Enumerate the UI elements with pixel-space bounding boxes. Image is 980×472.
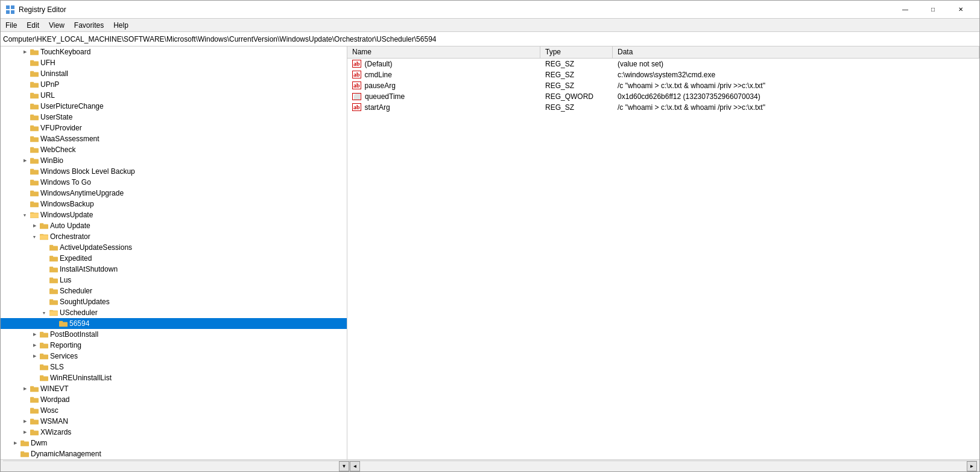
tree-item-url[interactable]: URL	[1, 90, 347, 101]
close-button[interactable]: ✕	[947, 1, 975, 19]
tree-item-uninstall[interactable]: Uninstall	[1, 68, 347, 79]
tree-item-upnp[interactable]: UPnP	[1, 79, 347, 90]
tree-item-webcheck[interactable]: WebCheck	[1, 144, 347, 155]
expander-icon[interactable]	[20, 383, 30, 394]
col-header-name[interactable]: Name	[347, 46, 540, 58]
minimize-button[interactable]: —	[891, 1, 919, 19]
registry-row[interactable]: ab(Default) REG_SZ (value not set)	[347, 59, 979, 69]
tree-item-installatshutdown[interactable]: InstallAtShutdown	[1, 264, 347, 275]
folder-icon	[30, 416, 39, 426]
col-header-type[interactable]: Type	[540, 46, 613, 58]
tree-item-label: Reporting	[50, 341, 81, 349]
tree-item-reporting[interactable]: Reporting	[1, 340, 347, 351]
menu-file[interactable]: File	[1, 20, 22, 31]
tree-item-services[interactable]: Services	[1, 351, 347, 362]
tree-item-label: Lus	[60, 276, 71, 284]
expander-icon[interactable]	[30, 220, 39, 231]
tree-item-wordpad[interactable]: Wordpad	[1, 394, 347, 405]
tree-item-windowsbackup[interactable]: WindowsBackup	[1, 199, 347, 209]
expander-icon[interactable]	[20, 46, 30, 57]
tree-item-label: DynamicManagement	[31, 450, 101, 458]
reg-type: REG_SZ	[540, 71, 613, 79]
svg-rect-9	[30, 71, 34, 74]
menu-edit[interactable]: Edit	[22, 20, 44, 31]
tree-item-56594[interactable]: 56594	[1, 318, 347, 329]
expander-icon[interactable]	[20, 155, 30, 166]
tree-item-waasassessment[interactable]: WaaSAssessment	[1, 133, 347, 144]
expander-icon[interactable]	[30, 231, 39, 242]
tree-item-soughtupdates[interactable]: SoughtUpdates	[1, 296, 347, 307]
svg-rect-2	[6, 10, 10, 14]
tree-item-sls[interactable]: SLS	[1, 362, 347, 372]
reg-type: REG_SZ	[540, 103, 613, 112]
menu-help[interactable]: Help	[109, 20, 133, 31]
tree-item-winreuninstalllist[interactable]: WinREUninstallList	[1, 372, 347, 383]
reg-name: ⬜queuedTime	[347, 92, 540, 101]
registry-row[interactable]: ⬜queuedTime REG_QWORD 0x1d60cd626b6ff12 …	[347, 91, 979, 102]
scroll-left-btn[interactable]: ◄	[350, 461, 360, 471]
tree-item-windowsanytime[interactable]: WindowsAnytimeUpgrade	[1, 188, 347, 199]
tree-item-label: WindowsAnytimeUpgrade	[40, 189, 124, 197]
folder-icon	[30, 210, 39, 220]
expander-icon[interactable]	[39, 307, 49, 318]
tree-item-uscheduler[interactable]: UScheduler	[1, 307, 347, 318]
tree-item-autoupdate[interactable]: Auto Update	[1, 220, 347, 231]
reg-data: c:\windows\system32\cmd.exe	[613, 71, 979, 79]
tree-item-wosc[interactable]: Wosc	[1, 405, 347, 416]
folder-icon	[30, 80, 39, 89]
tree-item-dynamicmanagement[interactable]: DynamicManagement	[1, 448, 347, 459]
registry-row[interactable]: abcmdLine REG_SZ c:\windows\system32\cmd…	[347, 69, 979, 80]
expander-icon	[39, 242, 49, 253]
tree-item-ufh[interactable]: UFH	[1, 57, 347, 68]
tree-item-winbio[interactable]: WinBio	[1, 155, 347, 166]
folder-icon	[30, 384, 39, 394]
tree-item-userpicturechange[interactable]: UserPictureChange	[1, 101, 347, 112]
tree-item-orchestrator[interactable]: Orchestrator	[1, 231, 347, 242]
folder-icon	[49, 275, 58, 285]
tree-item-windowstogo[interactable]: Windows To Go	[1, 177, 347, 188]
tree-item-expedited[interactable]: Expedited	[1, 253, 347, 264]
scroll-right-btn[interactable]: ►	[967, 461, 977, 471]
svg-rect-58	[59, 321, 63, 324]
svg-rect-70	[30, 386, 34, 389]
tree-item-xwizards[interactable]: XWizards	[1, 427, 347, 438]
tree-item-windowsupdate[interactable]: WindowsUpdate	[1, 209, 347, 220]
svg-rect-64	[40, 354, 43, 356]
reg-type: REG_QWORD	[540, 92, 613, 101]
tree-item-windowsblk[interactable]: Windows Block Level Backup	[1, 166, 347, 177]
right-pane: Name Type Data ab(Default) REG_SZ (value…	[347, 46, 979, 459]
registry-row[interactable]: abstartArg REG_SZ /c "whoami > c:\x.txt …	[347, 102, 979, 113]
column-headers: Name Type Data	[347, 46, 979, 59]
folder-icon	[30, 427, 39, 437]
expander-icon[interactable]	[10, 438, 20, 448]
tree-item-dwm[interactable]: Dwm	[1, 438, 347, 448]
expander-icon[interactable]	[30, 329, 39, 340]
expander-icon[interactable]	[30, 351, 39, 362]
expander-icon[interactable]	[20, 209, 30, 220]
expander-icon	[20, 101, 30, 112]
expander-icon[interactable]	[20, 416, 30, 427]
tree-item-touchkeyboard[interactable]: TouchKeyboard	[1, 46, 347, 57]
menu-favorites[interactable]: Favorites	[69, 20, 109, 31]
tree-item-label: Windows To Go	[40, 178, 91, 187]
svg-rect-1	[11, 5, 14, 9]
tree-item-activeupdatesessions[interactable]: ActiveUpdateSessions	[1, 242, 347, 253]
tree-item-userstate[interactable]: UserState	[1, 112, 347, 123]
tree-item-vfuprovider[interactable]: VFUProvider	[1, 123, 347, 133]
maximize-button[interactable]: □	[919, 1, 947, 19]
col-header-data[interactable]: Data	[613, 46, 979, 58]
tree-scroll[interactable]: TouchKeyboard UFH Uninstall UPnP URL Use…	[1, 46, 347, 459]
tree-item-lus[interactable]: Lus	[1, 275, 347, 285]
tree-item-wsman[interactable]: WSMAN	[1, 416, 347, 427]
tree-item-winevt[interactable]: WINEVT	[1, 383, 347, 394]
expander-icon[interactable]	[20, 427, 30, 438]
expander-icon[interactable]	[30, 340, 39, 351]
reg-type-icon: ⬜	[352, 93, 361, 100]
menu-view[interactable]: View	[44, 20, 69, 31]
tree-item-postbootinstall[interactable]: PostBootInstall	[1, 329, 347, 340]
scroll-down-btn[interactable]: ▼	[339, 461, 349, 471]
tree-item-scheduler[interactable]: Scheduler	[1, 285, 347, 296]
registry-row[interactable]: abpauseArg REG_SZ /c "whoami > c:\x.txt …	[347, 80, 979, 91]
reg-name: abcmdLine	[347, 71, 540, 79]
expander-icon	[20, 405, 30, 416]
